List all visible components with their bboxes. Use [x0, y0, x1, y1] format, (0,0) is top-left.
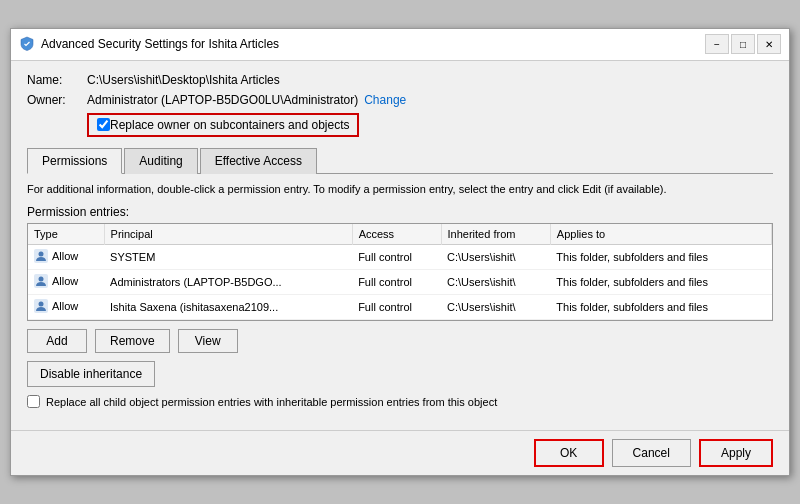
disable-inheritance-button[interactable]: Disable inheritance	[27, 361, 155, 387]
name-label: Name:	[27, 73, 87, 87]
minimize-button[interactable]: −	[705, 34, 729, 54]
col-access: Access	[352, 224, 441, 245]
cell-value: This folder, subfolders and files	[550, 245, 771, 270]
cell-value: Ishita Saxena (ishitasaxena2109...	[104, 295, 352, 320]
svg-point-1	[39, 252, 44, 257]
view-button[interactable]: View	[178, 329, 238, 353]
cell-value: Full control	[352, 245, 441, 270]
tabs-bar: Permissions Auditing Effective Access	[27, 147, 773, 174]
replace-owner-checkbox[interactable]	[97, 118, 110, 131]
title-bar: Advanced Security Settings for Ishita Ar…	[11, 29, 789, 61]
tab-permissions[interactable]: Permissions	[27, 148, 122, 174]
cell-value: C:\Users\ishit\	[441, 245, 550, 270]
name-row: Name: C:\Users\ishit\Desktop\Ishita Arti…	[27, 73, 773, 87]
table-row[interactable]: Allow SYSTEMFull controlC:\Users\ishit\T…	[28, 245, 772, 270]
cell-value: Full control	[352, 295, 441, 320]
info-text: For additional information, double-click…	[27, 182, 773, 197]
footer: OK Cancel Apply	[11, 430, 789, 475]
col-principal: Principal	[104, 224, 352, 245]
remove-button[interactable]: Remove	[95, 329, 170, 353]
user-icon	[34, 274, 48, 288]
table-row[interactable]: Allow Administrators (LAPTOP-B5DGO...Ful…	[28, 270, 772, 295]
permissions-table-container: Type Principal Access Inherited from App…	[27, 223, 773, 321]
cell-value: Full control	[352, 270, 441, 295]
owner-value: Administrator (LAPTOP-B5DGO0LU\Administr…	[87, 93, 358, 107]
user-icon	[34, 249, 48, 263]
title-bar-left: Advanced Security Settings for Ishita Ar…	[19, 36, 279, 52]
table-row[interactable]: Allow Ishita Saxena (ishitasaxena2109...…	[28, 295, 772, 320]
svg-point-3	[39, 277, 44, 282]
tab-auditing[interactable]: Auditing	[124, 148, 197, 174]
permissions-table: Type Principal Access Inherited from App…	[28, 224, 772, 320]
close-button[interactable]: ✕	[757, 34, 781, 54]
cell-value: SYSTEM	[104, 245, 352, 270]
cancel-button[interactable]: Cancel	[612, 439, 691, 467]
col-inherited-from: Inherited from	[441, 224, 550, 245]
cell-value: C:\Users\ishit\	[441, 295, 550, 320]
change-owner-link[interactable]: Change	[364, 93, 406, 107]
main-window: Advanced Security Settings for Ishita Ar…	[10, 28, 790, 476]
cell-type: Allow	[28, 270, 104, 295]
replace-owner-label: Replace owner on subcontainers and objec…	[110, 118, 349, 132]
title-bar-controls: − □ ✕	[705, 34, 781, 54]
user-icon	[34, 299, 48, 313]
cell-value: This folder, subfolders and files	[550, 270, 771, 295]
window-title: Advanced Security Settings for Ishita Ar…	[41, 37, 279, 51]
maximize-button[interactable]: □	[731, 34, 755, 54]
svg-point-5	[39, 302, 44, 307]
name-value: C:\Users\ishit\Desktop\Ishita Articles	[87, 73, 280, 87]
owner-label: Owner:	[27, 93, 87, 107]
col-type: Type	[28, 224, 104, 245]
table-action-buttons: Add Remove View	[27, 329, 773, 353]
cell-value: C:\Users\ishit\	[441, 270, 550, 295]
ok-button[interactable]: OK	[534, 439, 604, 467]
add-button[interactable]: Add	[27, 329, 87, 353]
apply-button[interactable]: Apply	[699, 439, 773, 467]
shield-icon	[19, 36, 35, 52]
cell-value: This folder, subfolders and files	[550, 295, 771, 320]
replace-child-checkbox[interactable]	[27, 395, 40, 408]
replace-owner-container: Replace owner on subcontainers and objec…	[87, 113, 359, 137]
cell-value: Administrators (LAPTOP-B5DGO...	[104, 270, 352, 295]
owner-row: Owner: Administrator (LAPTOP-B5DGO0LU\Ad…	[27, 93, 773, 107]
tab-effective-access[interactable]: Effective Access	[200, 148, 317, 174]
col-applies-to: Applies to	[550, 224, 771, 245]
cell-type: Allow	[28, 245, 104, 270]
replace-child-container: Replace all child object permission entr…	[27, 395, 773, 408]
permission-entries-label: Permission entries:	[27, 205, 773, 219]
replace-child-label: Replace all child object permission entr…	[46, 396, 497, 408]
cell-type: Allow	[28, 295, 104, 320]
dialog-content: Name: C:\Users\ishit\Desktop\Ishita Arti…	[11, 61, 789, 430]
